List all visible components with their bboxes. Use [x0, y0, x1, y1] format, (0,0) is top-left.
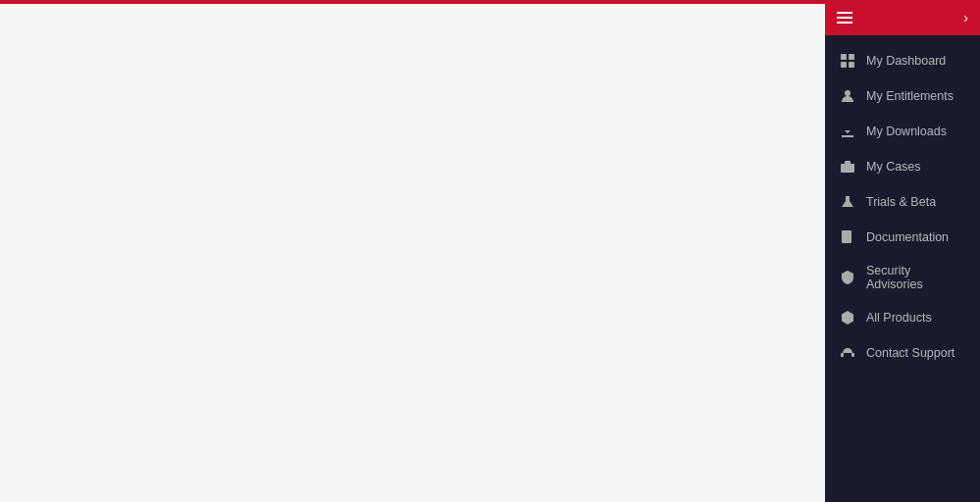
shield-icon	[839, 269, 856, 286]
sidebar-header: ›	[825, 0, 980, 35]
sidebar-item-label: All Products	[866, 311, 932, 325]
sidebar-item-label: Contact Support	[866, 346, 954, 360]
headset-icon	[839, 344, 856, 362]
sidebar-item-label: My Entitlements	[866, 89, 954, 103]
sidebar-item-cases[interactable]: My Cases	[825, 149, 980, 184]
sidebar-item-label: Security Advisories	[866, 264, 966, 291]
sidebar: › My Dashboard My Entitlements My Downlo…	[825, 0, 980, 502]
sidebar-nav: My Dashboard My Entitlements My Download…	[825, 35, 980, 378]
sidebar-item-label: My Downloads	[866, 125, 947, 138]
svg-rect-3	[849, 62, 854, 68]
sidebar-item-security[interactable]: Security Advisories	[825, 255, 980, 300]
svg-rect-7	[842, 230, 851, 243]
svg-rect-0	[841, 54, 847, 60]
user-icon	[839, 87, 856, 105]
svg-rect-2	[841, 62, 847, 68]
sidebar-item-products[interactable]: All Products	[825, 300, 980, 335]
cube-icon	[839, 309, 856, 326]
sidebar-item-trials[interactable]: Trials & Beta	[825, 184, 980, 220]
sidebar-item-dashboard[interactable]: My Dashboard	[825, 43, 980, 78]
svg-rect-11	[841, 353, 844, 357]
sidebar-item-label: Trials & Beta	[866, 195, 936, 209]
sidebar-item-label: My Dashboard	[866, 54, 946, 68]
doc-icon	[839, 228, 856, 246]
svg-point-4	[845, 90, 851, 96]
download-icon	[839, 123, 856, 140]
sidebar-item-downloads[interactable]: My Downloads	[825, 114, 980, 149]
svg-rect-1	[849, 54, 854, 60]
sidebar-item-label: My Cases	[866, 160, 921, 174]
svg-rect-5	[841, 164, 854, 173]
sidebar-item-documentation[interactable]: Documentation	[825, 220, 980, 255]
sidebar-collapse-arrow[interactable]: ›	[963, 10, 968, 25]
svg-rect-12	[851, 353, 854, 357]
sidebar-item-support[interactable]: Contact Support	[825, 335, 980, 371]
briefcase-icon	[839, 158, 856, 176]
sidebar-item-entitlements[interactable]: My Entitlements	[825, 78, 980, 114]
top-accent-bar	[0, 0, 825, 4]
flask-icon	[839, 193, 856, 211]
grid-icon	[839, 52, 856, 70]
hamburger-icon[interactable]	[837, 12, 852, 24]
sidebar-item-label: Documentation	[866, 230, 949, 244]
